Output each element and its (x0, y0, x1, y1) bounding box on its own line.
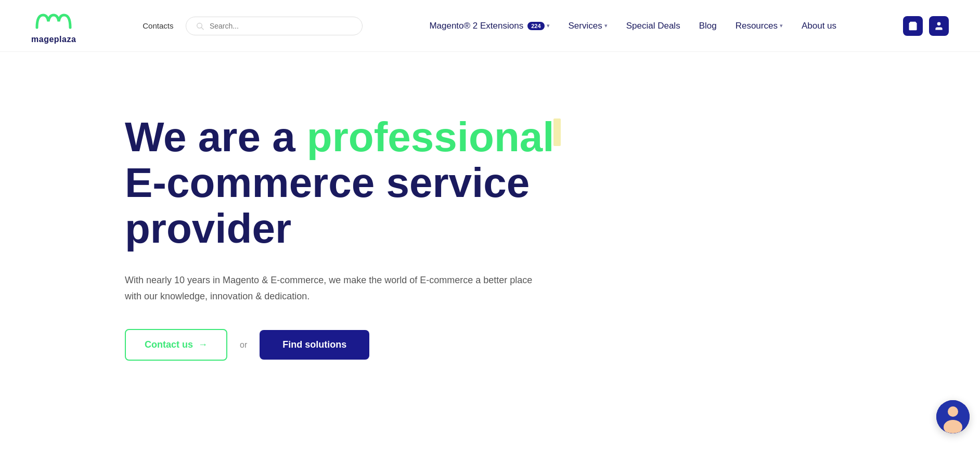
header-icons (903, 16, 949, 36)
cart-icon (908, 21, 918, 31)
logo-icon (33, 8, 74, 34)
hero-section: We are a professional E-commerce service… (0, 52, 980, 402)
nav-item-about-us[interactable]: About us (793, 17, 845, 35)
hero-subtitle: With nearly 10 years in Magento & E-comm… (125, 272, 551, 304)
nav-item-special-deals[interactable]: Special Deals (618, 17, 689, 35)
hero-title-part3: provider (125, 205, 291, 252)
search-bar (186, 17, 363, 35)
main-header: mageplaza Contacts Magento® 2 Extensions… (0, 0, 980, 52)
hero-title: We are a professional E-commerce service… (125, 114, 593, 252)
search-input[interactable] (210, 22, 353, 30)
chevron-down-icon: ▾ (547, 22, 550, 29)
chat-widget[interactable] (936, 400, 970, 433)
user-icon (934, 21, 944, 31)
contact-us-button[interactable]: Contact us → (125, 329, 227, 361)
svg-point-3 (937, 22, 941, 25)
arrow-right-icon: → (198, 339, 208, 350)
nav-item-resources[interactable]: Resources ▾ (727, 17, 791, 35)
nav-item-services[interactable]: Services ▾ (560, 17, 616, 35)
hero-title-part1: We are a (125, 114, 307, 160)
search-icon (196, 21, 204, 31)
find-solutions-button[interactable]: Find solutions (260, 330, 369, 360)
hero-title-highlight: professional (307, 114, 555, 160)
chat-person-icon (936, 400, 970, 433)
nav-badge-count: 224 (527, 22, 544, 30)
svg-line-1 (202, 28, 204, 30)
chat-avatar (936, 400, 970, 433)
logo[interactable]: mageplaza (31, 8, 76, 44)
header-center: Contacts (134, 17, 363, 35)
cta-row: Contact us → or Find solutions (125, 329, 855, 361)
hero-title-part2: E-commerce service (125, 160, 530, 206)
nav-menu: Magento® 2 Extensions 224 ▾ Services ▾ S… (421, 17, 845, 35)
chevron-down-icon: ▾ (780, 22, 783, 29)
nav-item-magento-extensions[interactable]: Magento® 2 Extensions 224 ▾ (421, 17, 558, 35)
main-nav: Magento® 2 Extensions 224 ▾ Services ▾ S… (421, 17, 845, 35)
nav-item-blog[interactable]: Blog (691, 17, 725, 35)
cart-button[interactable] (903, 16, 923, 36)
logo-text: mageplaza (31, 35, 76, 44)
contacts-link[interactable]: Contacts (134, 17, 182, 34)
svg-point-5 (948, 406, 958, 417)
chevron-down-icon: ▾ (604, 22, 608, 29)
or-text: or (240, 340, 247, 350)
user-button[interactable] (929, 16, 949, 36)
